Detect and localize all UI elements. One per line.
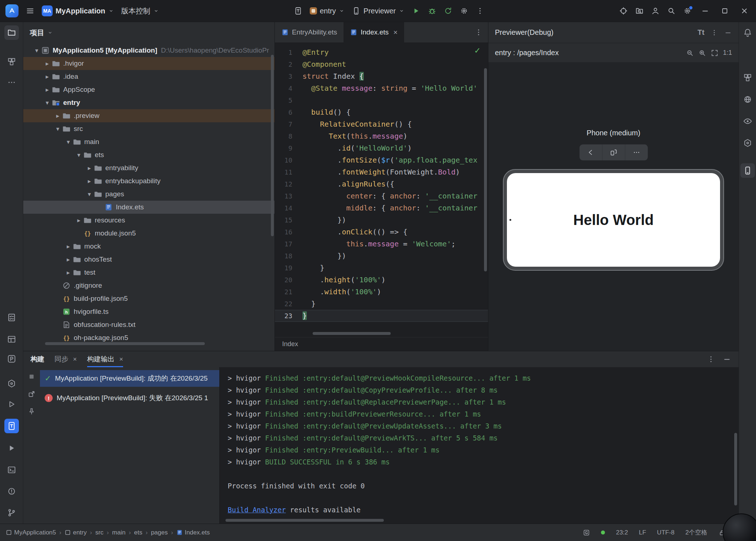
close-button[interactable]: [735, 3, 754, 19]
terminal-tool-button[interactable]: [4, 463, 19, 477]
run-config-widget[interactable]: entry: [306, 3, 348, 19]
code-line[interactable]: 2@Component: [275, 58, 488, 70]
tree-row-entryability[interactable]: ▸entryability: [23, 161, 275, 175]
build-analyzer-link[interactable]: Build Analyzer: [228, 506, 286, 514]
vcs-tool-button[interactable]: [4, 505, 19, 520]
code-line[interactable]: 18 }): [275, 250, 488, 262]
breadcrumb-src[interactable]: src: [95, 529, 103, 536]
chevron-open-icon[interactable]: ▾: [74, 151, 84, 159]
line-separator[interactable]: LF: [639, 529, 646, 536]
tree-row-index.ets[interactable]: Index.ets: [23, 201, 275, 214]
code-line[interactable]: 14 middle: { anchor: '__container: [275, 202, 488, 214]
chevron-closed-icon[interactable]: ▸: [53, 112, 62, 120]
console-vertical-scrollbar[interactable]: [734, 433, 737, 505]
search-everywhere-button[interactable]: [664, 3, 679, 19]
hide-previewer-icon[interactable]: [724, 29, 732, 37]
editor-tab-options-icon[interactable]: [474, 28, 483, 37]
device-file-browser-button[interactable]: [632, 3, 647, 19]
code-line[interactable]: 11 .fontWeight(FontWeight.Bold): [275, 166, 488, 178]
inspector-button[interactable]: [740, 114, 755, 128]
project-horizontal-scrollbar[interactable]: [45, 342, 205, 345]
zoom-in-icon[interactable]: [698, 49, 706, 57]
tree-row-hvigorfile.ts[interactable]: hhvigorfile.ts: [23, 305, 275, 318]
previewer-tool-button[interactable]: [740, 163, 755, 178]
tree-row-resources[interactable]: ▸resources: [23, 214, 275, 227]
code-line[interactable]: 23}: [275, 310, 488, 322]
editor-vertical-scrollbar[interactable]: [484, 68, 487, 271]
close-tab-icon[interactable]: ×: [393, 28, 398, 37]
indent-style[interactable]: 2个空格: [686, 528, 707, 537]
tree-row-myapplication5-myapplication-[interactable]: ▾MyApplication5 [MyApplication]D:\Users\…: [23, 44, 275, 57]
tab-build-output[interactable]: 构建输出 ×: [87, 351, 123, 367]
zoom-ratio-label[interactable]: 1:1: [723, 49, 732, 57]
project-panel-header[interactable]: 项目: [23, 22, 275, 43]
chevron-closed-icon[interactable]: ▸: [64, 256, 73, 263]
tree-row-obfuscation-rules.txt[interactable]: obfuscation-rules.txt: [23, 318, 275, 331]
project-widget[interactable]: MA MyApplication: [38, 3, 117, 19]
tree-row-main[interactable]: ▾main: [23, 135, 275, 148]
rerun-button[interactable]: [440, 3, 456, 19]
tab-index[interactable]: Index.ets ×: [344, 22, 404, 42]
tab-sync[interactable]: 同步 ×: [54, 351, 77, 367]
chevron-open-icon[interactable]: ▾: [64, 138, 73, 146]
chevron-open-icon[interactable]: ▾: [85, 190, 94, 198]
tree-row-entry[interactable]: ▾entry: [23, 96, 275, 109]
tree-row-ets[interactable]: ▾ets: [23, 148, 275, 161]
profiler-button[interactable]: [456, 3, 472, 19]
tree-row-mock[interactable]: ▸mock: [23, 240, 275, 253]
tree-row-.idea[interactable]: ▸.idea: [23, 70, 275, 83]
main-menu-button[interactable]: [23, 3, 38, 19]
previewer-options-icon[interactable]: [710, 29, 718, 37]
zoom-out-icon[interactable]: [686, 49, 694, 57]
tree-row-entrybackupability[interactable]: ▸entrybackupability: [23, 175, 275, 188]
breadcrumb-index[interactable]: Index: [282, 340, 298, 348]
tree-row-src[interactable]: ▾src: [23, 122, 275, 135]
project-tool-button[interactable]: [4, 25, 19, 40]
stop-build-button[interactable]: [25, 370, 38, 383]
more-tools-button[interactable]: [4, 75, 19, 90]
tree-row-test[interactable]: ▸test: [23, 266, 275, 279]
build-run-item[interactable]: ✓MyApplication [PreviewBuild]: 成功的 在2026…: [40, 370, 219, 387]
vcs-widget[interactable]: 版本控制: [118, 3, 162, 19]
tree-row-appscope[interactable]: ▸AppScope: [23, 83, 275, 96]
modules-tool-button[interactable]: [4, 54, 19, 69]
editor-breadcrumb[interactable]: Index: [275, 337, 488, 351]
code-line[interactable]: 12 .alignRules({: [275, 178, 488, 190]
code-line[interactable]: 21 .width('100%'): [275, 286, 488, 298]
dependencies-button[interactable]: [740, 70, 755, 85]
chevron-closed-icon[interactable]: ▸: [42, 60, 52, 67]
open-in-new-button[interactable]: [25, 388, 38, 400]
code-line[interactable]: 10 .fontSize($r('app.float.page_tex: [275, 154, 488, 166]
code-line[interactable]: 13 center: { anchor: '__container: [275, 190, 488, 202]
code-line[interactable]: 6 build() {: [275, 106, 488, 118]
tree-row-.preview[interactable]: ▸.preview: [23, 109, 275, 122]
tab-entryability[interactable]: EntryAbility.ets: [275, 22, 344, 42]
code-line[interactable]: 7 RelativeContainer() {: [275, 118, 488, 130]
code-line[interactable]: 5: [275, 94, 488, 106]
code-line[interactable]: 9 .id('HelloWorld'): [275, 142, 488, 154]
chevron-closed-icon[interactable]: ▸: [42, 86, 52, 94]
services-tool-button[interactable]: [4, 376, 19, 391]
tree-row-ohostest[interactable]: ▸ohosTest: [23, 253, 275, 266]
minimize-button[interactable]: [696, 3, 715, 19]
code-line[interactable]: 20 .height('100%'): [275, 274, 488, 286]
inspection-ok-icon[interactable]: ✓: [475, 45, 480, 56]
chevron-closed-icon[interactable]: ▸: [64, 269, 73, 276]
breadcrumb-entry[interactable]: entry: [65, 529, 87, 536]
breadcrumb-ets[interactable]: ets: [134, 529, 142, 536]
api-reference-button[interactable]: [740, 92, 755, 107]
code-line[interactable]: 19 }: [275, 262, 488, 274]
profiler-tool-button[interactable]: [4, 352, 19, 366]
chevron-open-icon[interactable]: ▾: [32, 47, 41, 54]
code-line[interactable]: 8 Text(this.message): [275, 130, 488, 142]
chevron-closed-icon[interactable]: ▸: [42, 73, 52, 81]
code-line[interactable]: 1@Entry: [275, 46, 488, 58]
code-line[interactable]: 17 this.message = 'Welcome';: [275, 238, 488, 250]
breadcrumb-index-ets[interactable]: Index.ets: [176, 529, 210, 536]
chevron-closed-icon[interactable]: ▸: [64, 243, 73, 250]
notifications-button[interactable]: [740, 25, 755, 40]
build-panel-title[interactable]: 构建: [31, 354, 44, 364]
tree-row-.gitignore[interactable]: .gitignore: [23, 279, 275, 292]
account-button[interactable]: [648, 3, 663, 19]
tree-row-.hvigor[interactable]: ▸.hvigor: [23, 57, 275, 70]
